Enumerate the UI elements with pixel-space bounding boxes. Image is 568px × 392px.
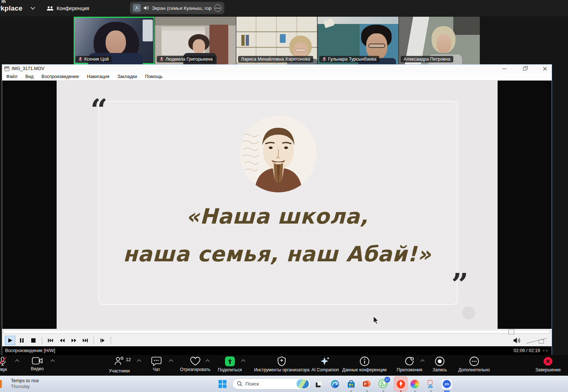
more-button[interactable]: Дополнительно (458, 356, 490, 372)
meeting-info-button[interactable]: Данные конференции (342, 356, 387, 372)
powerpoint-button[interactable]: P (361, 379, 372, 389)
apps-button[interactable]: Приложения (397, 356, 422, 372)
tab-conference[interactable]: Конференция (46, 3, 89, 14)
minimize-button[interactable] (499, 65, 509, 72)
participant-tile[interactable]: Гульнара Турсынбаева (318, 17, 399, 64)
record-label: Запись (433, 367, 447, 372)
menu-bookmarks[interactable]: Закладки (113, 74, 141, 79)
audio-label: Звук (0, 367, 7, 372)
meeting-info-label: Данные конференции (342, 367, 387, 372)
participant-video-strip: Ксения Цой Людмила Григорьевна Лариса Ми… (74, 17, 480, 64)
speaker-icon[interactable] (513, 337, 521, 344)
restore-button[interactable] (520, 65, 529, 72)
more-options-icon[interactable]: ••• (214, 4, 221, 12)
camera-icon (32, 356, 43, 365)
menu-file[interactable]: Файл (2, 74, 21, 79)
books-decor (280, 34, 286, 43)
whatsapp-button[interactable]: 27 (377, 379, 388, 389)
tab-shared-screen[interactable]: A Экран (семья Куаныш, гор ••• (130, 2, 224, 14)
divider (94, 336, 94, 344)
close-button[interactable] (540, 65, 549, 72)
participant-name: Гульнара Турсынбаева (328, 57, 376, 62)
zoom-app-icon: zm (443, 380, 451, 388)
menu-playback[interactable]: Воспроизведение (37, 74, 83, 79)
stop-button[interactable] (28, 336, 38, 345)
speaker-icon (143, 5, 149, 11)
zoom-app-button[interactable]: zm (441, 379, 452, 389)
mic-muted-icon (160, 57, 164, 61)
chat-label: Чат (153, 367, 160, 372)
play-button[interactable] (5, 336, 15, 345)
chat-options-chevron[interactable] (169, 359, 173, 363)
participant-name: Ксения Цой (84, 57, 109, 62)
volume-slider[interactable] (526, 336, 548, 344)
seek-bar[interactable] (2, 329, 552, 335)
taskbar-search-input[interactable]: Поиск (232, 378, 311, 389)
rewind-button[interactable] (57, 336, 67, 345)
edge-browser-button[interactable] (330, 379, 340, 389)
task-view-button[interactable] (314, 379, 324, 389)
yandex-browser-button[interactable] (395, 379, 406, 389)
avatar: A (133, 4, 141, 12)
participant-tile[interactable]: Александра Петровна (399, 17, 480, 64)
meeting-top-bar: m rkplace Конференция A Экран (семья Куа… (0, 0, 568, 16)
chat-button[interactable]: Чат (151, 356, 162, 372)
workplace-logo: m (1, 0, 6, 4)
participants-options-chevron[interactable] (137, 359, 141, 363)
share-screen-button[interactable]: Поделиться (218, 356, 242, 372)
close-quote-mark: ” (451, 269, 469, 299)
fast-forward-button[interactable] (69, 336, 79, 345)
running-indicator (366, 391, 368, 392)
record-button[interactable]: Запись (433, 356, 447, 372)
mic-muted-icon (78, 57, 82, 61)
divider (42, 336, 42, 344)
whatsapp-badge: 27 (384, 377, 390, 383)
books-decor (246, 35, 249, 46)
participant-tile[interactable]: Людмила Григорьевна (155, 17, 236, 64)
windows-logo-icon (218, 380, 226, 388)
photos-button[interactable] (409, 379, 420, 389)
snipping-tool-button[interactable] (425, 379, 436, 389)
video-area[interactable]: “ ” (2, 81, 552, 329)
video-options-chevron[interactable] (50, 359, 54, 363)
start-button[interactable] (217, 379, 228, 389)
participant-tile[interactable]: Ксения Цой (74, 17, 155, 64)
sparkle-icon (320, 356, 330, 366)
host-tools-button[interactable]: Инструменты организатора (254, 356, 310, 372)
chevron-down-icon[interactable] (30, 5, 35, 10)
seek-track[interactable] (3, 330, 550, 334)
svg-text:P: P (364, 382, 367, 386)
participant-face (106, 30, 126, 54)
next-button[interactable] (80, 336, 90, 345)
participant-tile[interactable]: Лариса Михайловна Харитонова (236, 17, 317, 64)
slide-title-line1: «Наша школа, (57, 204, 498, 229)
participant-name-badge: Александра Петровна (401, 56, 453, 62)
pause-button[interactable] (17, 336, 27, 345)
step-frame-button[interactable] (97, 336, 107, 345)
search-highlight-image[interactable] (297, 379, 309, 388)
weather-icon (0, 380, 2, 388)
audio-options-chevron[interactable] (15, 359, 19, 363)
weather-title[interactable]: Temps to rise (11, 378, 39, 383)
menu-help[interactable]: Помощь (141, 74, 166, 79)
ai-companion-label: AI Companion (311, 367, 339, 372)
menu-view[interactable]: Вид (21, 74, 38, 79)
audio-button[interactable]: Звук (0, 356, 7, 372)
seek-thumb[interactable] (508, 329, 514, 334)
ms-store-button[interactable] (346, 379, 356, 389)
video-button[interactable]: Видео (31, 356, 44, 371)
participants-button[interactable]: 12 Участники (109, 356, 130, 373)
end-meeting-button[interactable]: Завершение (535, 356, 561, 372)
apps-icon (404, 356, 414, 366)
running-indicator (430, 391, 432, 392)
mic-muted-icon (322, 57, 326, 61)
host-tools-label: Инструменты организатора (254, 367, 310, 372)
menu-navigation[interactable]: Навигация (83, 74, 114, 79)
share-icon (225, 356, 235, 366)
previous-button[interactable] (45, 336, 56, 345)
react-button[interactable]: Отреагировать (180, 356, 211, 372)
window-title-bar[interactable]: IMG_3171.MOV (2, 65, 552, 73)
ai-companion-button[interactable]: AI Companion (311, 356, 339, 372)
shield-icon (277, 356, 286, 366)
running-indicator (414, 391, 416, 392)
